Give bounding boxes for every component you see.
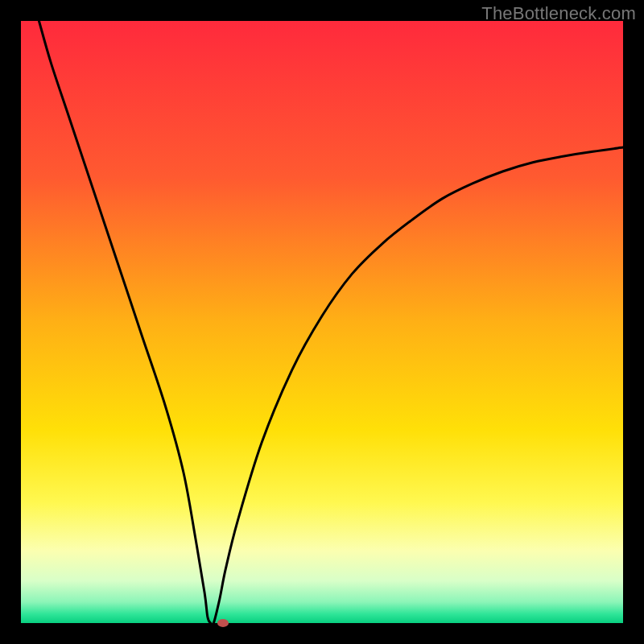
- curve-layer: [21, 21, 623, 623]
- watermark-text: TheBottleneck.com: [481, 3, 636, 24]
- chart-frame: TheBottleneck.com: [0, 0, 644, 644]
- optimum-marker: [217, 619, 229, 627]
- bottleneck-curve-path: [39, 21, 623, 625]
